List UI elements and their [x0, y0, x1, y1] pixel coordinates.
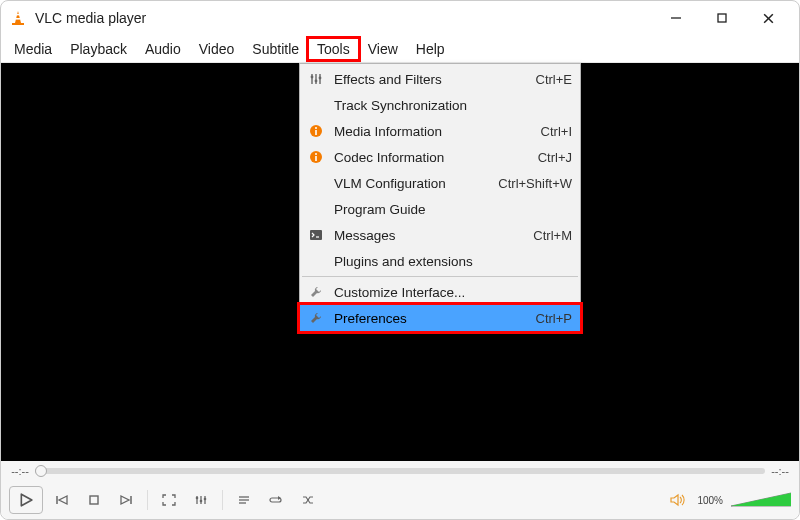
- dd-label: Track Synchronization: [334, 98, 572, 113]
- svg-rect-11: [90, 496, 98, 504]
- dd-label: Effects and Filters: [334, 72, 536, 87]
- svg-rect-2: [16, 18, 21, 20]
- window-title: VLC media player: [35, 10, 146, 26]
- dd-shortcut: Ctrl+I: [541, 124, 572, 139]
- dd-shortcut: Ctrl+E: [536, 72, 572, 87]
- svg-rect-39: [310, 230, 322, 240]
- speaker-icon[interactable]: [665, 488, 691, 512]
- minimize-button[interactable]: [653, 3, 699, 33]
- svg-marker-10: [59, 496, 67, 504]
- previous-button[interactable]: [49, 488, 75, 512]
- tools-program-guide[interactable]: Program Guide: [300, 196, 580, 222]
- vlc-window: VLC media player Media Playback Audio Vi…: [0, 0, 800, 520]
- svg-point-18: [200, 500, 203, 503]
- menu-playback[interactable]: Playback: [61, 38, 136, 60]
- dd-label: Program Guide: [334, 202, 572, 217]
- dd-shortcut: Ctrl+P: [536, 311, 572, 326]
- svg-rect-3: [12, 23, 24, 25]
- volume-slider[interactable]: [731, 491, 791, 509]
- svg-marker-8: [21, 494, 31, 506]
- loop-button[interactable]: [263, 488, 289, 512]
- svg-point-31: [315, 80, 318, 83]
- tools-messages[interactable]: Messages Ctrl+M: [300, 222, 580, 248]
- dd-shortcut: Ctrl+Shift+W: [498, 176, 572, 191]
- svg-rect-37: [315, 156, 317, 161]
- shuffle-button[interactable]: [295, 488, 321, 512]
- svg-marker-24: [671, 495, 678, 505]
- tools-plugins-extensions[interactable]: Plugins and extensions: [300, 248, 580, 274]
- svg-point-17: [196, 497, 199, 500]
- svg-rect-5: [718, 14, 726, 22]
- dropdown-separator: [302, 276, 578, 277]
- close-button[interactable]: [745, 3, 791, 33]
- play-button[interactable]: [9, 486, 43, 514]
- tools-track-sync[interactable]: Track Synchronization: [300, 92, 580, 118]
- tools-effects-filters[interactable]: Effects and Filters Ctrl+E: [300, 66, 580, 92]
- dd-label: Preferences: [334, 311, 536, 326]
- dd-shortcut: Ctrl+J: [538, 150, 572, 165]
- tools-customize-interface[interactable]: Customize Interface...: [300, 279, 580, 305]
- fullscreen-button[interactable]: [156, 488, 182, 512]
- wrench-icon: [306, 308, 326, 328]
- dd-shortcut: Ctrl+M: [533, 228, 572, 243]
- dd-label: Codec Information: [334, 150, 538, 165]
- extended-settings-button[interactable]: [188, 488, 214, 512]
- tools-preferences[interactable]: Preferences Ctrl+P: [300, 305, 580, 331]
- tools-media-info[interactable]: Media Information Ctrl+I: [300, 118, 580, 144]
- svg-point-35: [315, 127, 317, 129]
- stop-button[interactable]: [81, 488, 107, 512]
- separator: [222, 490, 223, 510]
- menu-view[interactable]: View: [359, 38, 407, 60]
- menu-audio[interactable]: Audio: [136, 38, 190, 60]
- seek-knob[interactable]: [35, 465, 47, 477]
- dd-label: Plugins and extensions: [334, 254, 572, 269]
- tools-codec-info[interactable]: Codec Information Ctrl+J: [300, 144, 580, 170]
- volume-label: 100%: [697, 495, 723, 506]
- svg-point-32: [319, 77, 322, 80]
- sliders-icon: [306, 69, 326, 89]
- wrench-icon: [306, 282, 326, 302]
- time-elapsed: --:--: [11, 465, 29, 477]
- menu-subtitle[interactable]: Subtitle: [243, 38, 308, 60]
- dd-label: Messages: [334, 228, 533, 243]
- svg-point-38: [315, 153, 317, 155]
- svg-marker-12: [121, 496, 129, 504]
- separator: [147, 490, 148, 510]
- info-icon: [306, 147, 326, 167]
- dd-label: Media Information: [334, 124, 541, 139]
- info-icon: [306, 121, 326, 141]
- time-total: --:--: [771, 465, 789, 477]
- menu-tools[interactable]: Tools: [308, 38, 359, 60]
- menu-help[interactable]: Help: [407, 38, 454, 60]
- menubar: Media Playback Audio Video Subtitle Tool…: [1, 35, 799, 63]
- seekbar-row: --:-- --:--: [1, 461, 799, 481]
- tools-dropdown: Effects and Filters Ctrl+E Track Synchro…: [299, 63, 581, 334]
- svg-point-30: [311, 76, 314, 79]
- next-button[interactable]: [113, 488, 139, 512]
- seek-slider[interactable]: [35, 468, 765, 474]
- dd-label: Customize Interface...: [334, 285, 572, 300]
- menu-media[interactable]: Media: [5, 38, 61, 60]
- controls-bar: 100%: [1, 481, 799, 519]
- dd-label: VLM Configuration: [334, 176, 498, 191]
- maximize-button[interactable]: [699, 3, 745, 33]
- svg-rect-1: [16, 14, 20, 15]
- svg-rect-34: [315, 130, 317, 135]
- terminal-icon: [306, 225, 326, 245]
- svg-point-19: [204, 498, 207, 501]
- playlist-button[interactable]: [231, 488, 257, 512]
- vlc-cone-icon: [9, 9, 27, 27]
- tools-vlm-config[interactable]: VLM Configuration Ctrl+Shift+W: [300, 170, 580, 196]
- titlebar: VLC media player: [1, 1, 799, 35]
- menu-video[interactable]: Video: [190, 38, 244, 60]
- svg-marker-0: [15, 11, 21, 23]
